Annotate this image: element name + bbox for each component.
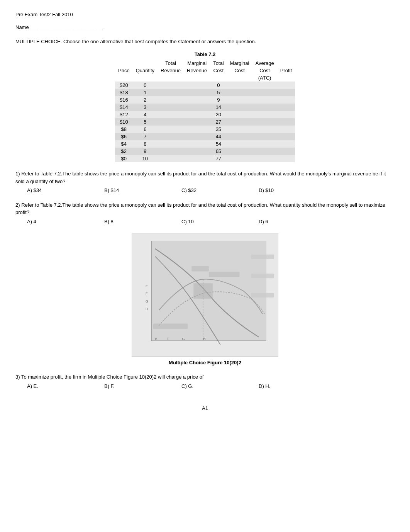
q3-answers: A) E. B) F. C) G. D) H. — [15, 382, 395, 390]
svg-text:E: E — [155, 337, 158, 341]
table-cell-r7-c5 — [227, 133, 252, 140]
question-3: 3) To maximize profit, the firm in Multi… — [15, 373, 395, 390]
table-cell-r2-c2 — [158, 96, 184, 104]
table-cell-r7-c7 — [277, 133, 295, 140]
table-cell-r3-c6 — [252, 104, 277, 111]
question-2-text: 2) Refer to Table 7.2.The table shows th… — [15, 201, 395, 216]
table-cell-r10-c1: 10 — [133, 155, 158, 162]
table-cell-r1-c6 — [252, 89, 277, 96]
col-empty2 — [133, 74, 158, 82]
table-cell-r9-c1: 9 — [133, 148, 158, 155]
table-cell-r8-c6 — [252, 140, 277, 148]
table-cell-r0-c0: $20 — [115, 82, 133, 89]
col-quantity-header — [133, 59, 158, 67]
table-cell-r10-c6 — [252, 155, 277, 162]
svg-rect-6 — [251, 274, 274, 278]
table-cell-r1-c7 — [277, 89, 295, 96]
table-cell-r10-c4: 77 — [210, 155, 227, 162]
table-cell-r3-c1: 3 — [133, 104, 158, 111]
table-cell-r7-c4: 44 — [210, 133, 227, 140]
table-cell-r8-c4: 54 — [210, 140, 227, 148]
question-1: 1) Refer to Table 7.2.The table shows th… — [15, 170, 395, 194]
col-marginal-revenue-label: Revenue — [184, 67, 210, 74]
table-cell-r10-c5 — [227, 155, 252, 162]
table-cell-r9-c0: $2 — [115, 148, 133, 155]
table-row: $8635 — [115, 126, 295, 133]
table-row: $4854 — [115, 140, 295, 148]
q2-number: 2) — [15, 202, 20, 208]
figure-box: E F G H E F G H — [132, 233, 278, 357]
table-header-row: Total Marginal Total Marginal Average Pr… — [115, 59, 295, 67]
table-cell-r7-c1: 7 — [133, 133, 158, 140]
table-cell-r1-c3 — [184, 89, 210, 96]
q1-answer-c: C) $32 — [181, 187, 259, 194]
table-cell-r5-c7 — [277, 118, 295, 126]
table-cell-r4-c6 — [252, 111, 277, 118]
col-total-cost-label: Cost — [210, 67, 227, 74]
svg-rect-10 — [209, 272, 240, 277]
table-cell-r8-c0: $4 — [115, 140, 133, 148]
col-average-cost-label: Cost — [252, 67, 277, 74]
table-cell-r4-c7 — [277, 111, 295, 118]
table-cell-r4-c3 — [184, 111, 210, 118]
table-cell-r2-c6 — [252, 96, 277, 104]
svg-text:F: F — [146, 292, 148, 296]
col-marginal-cost-label: Cost — [227, 67, 252, 74]
table-cell-r10-c0: $0 — [115, 155, 133, 162]
name-line: Name___________________________ — [15, 24, 395, 30]
page-footer: A1 — [15, 405, 395, 411]
table-cell-r3-c7 — [277, 104, 295, 111]
table-cell-r5-c6 — [252, 118, 277, 126]
svg-text:H: H — [146, 307, 148, 311]
table-cell-r9-c6 — [252, 148, 277, 155]
table-row: $14314 — [115, 104, 295, 111]
col-empty5 — [210, 74, 227, 82]
svg-rect-7 — [251, 293, 274, 297]
table-cell-r1-c5 — [227, 89, 252, 96]
col-empty6 — [227, 74, 252, 82]
table-cell-r4-c5 — [227, 111, 252, 118]
table-row: $12420 — [115, 111, 295, 118]
table-cell-r4-c4: 20 — [210, 111, 227, 118]
table-cell-r9-c4: 65 — [210, 148, 227, 155]
q2-answers: A) 4 B) 8 C) 10 D) 6 — [15, 218, 395, 226]
svg-rect-11 — [191, 266, 209, 271]
table-row: $1629 — [115, 96, 295, 104]
table-cell-r2-c4: 9 — [210, 96, 227, 104]
svg-text:F: F — [167, 337, 169, 341]
table-cell-r8-c2 — [158, 140, 184, 148]
table-section: Table 7.2 Total Marginal Total Marginal … — [15, 51, 395, 162]
table-cell-r6-c0: $8 — [115, 126, 133, 133]
table-cell-r5-c1: 5 — [133, 118, 158, 126]
table-cell-r6-c7 — [277, 126, 295, 133]
q3-answer-b: B) F. — [104, 382, 181, 390]
col-empty3 — [158, 74, 184, 82]
table-row: $1815 — [115, 89, 295, 96]
table-cell-r0-c4: 0 — [210, 82, 227, 89]
col-total-revenue-label: Revenue — [158, 67, 184, 74]
table-cell-r1-c1: 1 — [133, 89, 158, 96]
table-cell-r9-c7 — [277, 148, 295, 155]
q2-answer-b: B) 8 — [104, 218, 181, 226]
table-cell-r5-c3 — [184, 118, 210, 126]
svg-text:E: E — [146, 284, 148, 288]
q1-number: 1) — [15, 171, 20, 177]
table-cell-r4-c1: 4 — [133, 111, 158, 118]
q3-body: To maximize profit, the firm in Multiple… — [21, 374, 204, 380]
col-marginal-revenue-header: Marginal — [184, 59, 210, 67]
table-cell-r3-c3 — [184, 104, 210, 111]
table-cell-r10-c3 — [184, 155, 210, 162]
q1-answer-b: B) $14 — [104, 187, 181, 194]
table-cell-r2-c0: $16 — [115, 96, 133, 104]
table-row: $2000 — [115, 82, 295, 89]
table-cell-r2-c5 — [227, 96, 252, 104]
table-row: $10527 — [115, 118, 295, 126]
table-cell-r7-c3 — [184, 133, 210, 140]
q2-answer-c: C) 10 — [181, 218, 259, 226]
table-cell-r8-c5 — [227, 140, 252, 148]
table-cell-r6-c1: 6 — [133, 126, 158, 133]
col-price-label: Price — [115, 67, 133, 74]
q2-answer-d: D) 6 — [259, 218, 336, 226]
table-cell-r9-c5 — [227, 148, 252, 155]
table-cell-r9-c3 — [184, 148, 210, 155]
